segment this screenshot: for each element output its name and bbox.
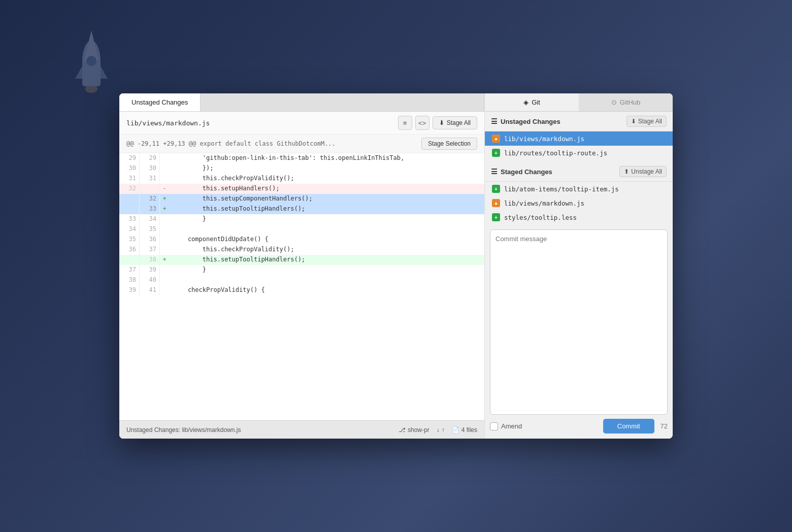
commit-message-textarea[interactable] <box>490 229 668 415</box>
diff-sign <box>160 153 169 163</box>
tab-git[interactable]: ◈ Git <box>485 93 579 111</box>
diff-sign <box>160 214 169 224</box>
list-icon: ≡ <box>403 119 407 127</box>
github-icon: ⊙ <box>611 98 617 106</box>
diff-row-added-selected: 33 + this.setupTooltipHandlers(); <box>119 204 484 214</box>
left-tab-bar: Unstaged Changes <box>119 93 484 112</box>
right-line-num: 32 <box>140 194 160 204</box>
svg-point-6 <box>85 85 97 93</box>
left-line-num: 35 <box>119 235 140 245</box>
right-line-num: 34 <box>140 214 160 224</box>
diff-row-added: 38 + this.setupTooltipHandlers(); <box>119 255 484 265</box>
diff-sign <box>160 163 169 174</box>
left-line-num: 36 <box>119 245 140 255</box>
right-line-num: 31 <box>140 174 160 184</box>
file-header: lib/views/markdown.js ≡ <> ⬇ Stage All <box>119 112 484 135</box>
left-line-num: 31 <box>119 174 140 184</box>
stage-selection-button[interactable]: Stage Selection <box>421 138 477 150</box>
diff-sign <box>160 275 169 285</box>
diff-row: 35 36 componentDidUpdate() { <box>119 235 484 245</box>
diff-code: this.checkPropValidity(); <box>169 245 298 255</box>
left-line-num: 30 <box>119 163 140 174</box>
show-pr-item[interactable]: ⎇ show-pr <box>399 426 430 434</box>
diff-row: 37 39 } <box>119 265 484 275</box>
main-panel: Unstaged Changes lib/views/markdown.js ≡… <box>119 93 673 439</box>
unstaged-file-name-0: lib/views/markdown.js <box>504 135 584 143</box>
tab-github[interactable]: ⊙ GitHub <box>579 93 673 111</box>
staged-file-name-1: lib/views/markdown.js <box>504 200 584 207</box>
left-line-num: 39 <box>119 285 140 295</box>
git-icon: ◈ <box>523 98 529 106</box>
tab-empty[interactable] <box>201 93 484 111</box>
diff-code: }); <box>169 163 217 174</box>
right-line-num: 38 <box>140 255 160 265</box>
staged-file-item-0[interactable]: + lib/atom-items/tooltip-item.js <box>485 182 673 196</box>
stage-all-label: Stage All <box>447 119 471 126</box>
unstaged-file-item-1[interactable]: + lib/routes/tooltip-route.js <box>485 146 673 160</box>
diff-code <box>169 275 181 285</box>
right-line-num: 36 <box>140 235 160 245</box>
diff-code: } <box>169 214 210 224</box>
stage-all-right-btn[interactable]: ⬇ Stage All <box>626 116 667 127</box>
svg-point-3 <box>86 56 96 66</box>
files-count: 4 files <box>461 426 477 434</box>
left-line-num: 34 <box>119 224 140 235</box>
added-icon-staged-2: + <box>492 213 500 221</box>
diff-row-added-selected: 32 + this.setupComponentHandlers(); <box>119 194 484 204</box>
staged-list-icon: ☰ <box>491 168 498 176</box>
list-view-btn[interactable]: ≡ <box>398 116 412 130</box>
unstage-all-btn[interactable]: ⬆ Unstage All <box>619 166 667 177</box>
diff-sign <box>160 174 169 184</box>
right-line-num: 40 <box>140 275 160 285</box>
code-icon: <> <box>418 119 426 127</box>
panel-content: Unstaged Changes lib/views/markdown.js ≡… <box>119 93 673 439</box>
code-view-btn[interactable]: <> <box>415 116 430 130</box>
diff-sign <box>160 245 169 255</box>
diff-row: 33 34 } <box>119 214 484 224</box>
left-line-num: 37 <box>119 265 140 275</box>
diff-code: componentDidUpdate() { <box>169 235 273 245</box>
staged-file-item-2[interactable]: + styles/tooltip.less <box>485 210 673 224</box>
file-path: lib/views/markdown.js <box>126 119 210 127</box>
tab-unstaged-changes[interactable]: Unstaged Changes <box>119 93 201 111</box>
diff-row-removed: 32 - this.setupHandlers(); <box>119 184 484 194</box>
unstaged-list-icon: ☰ <box>491 117 498 125</box>
status-text: Unstaged Changes: lib/views/markdown.js <box>126 426 241 434</box>
added-icon-1: + <box>492 149 500 157</box>
diff-row: 36 37 this.checkPropValidity(); <box>119 245 484 255</box>
diff-sign: - <box>160 184 169 194</box>
diff-code <box>169 224 181 235</box>
right-line-num: 39 <box>140 265 160 275</box>
status-right: ⎇ show-pr ↓ ↑ 📄 4 files <box>399 426 477 434</box>
diff-sign: + <box>160 255 169 265</box>
stage-all-icon: ⬇ <box>439 119 444 126</box>
left-line-num <box>119 204 140 214</box>
left-line-num: 32 <box>119 184 140 194</box>
diff-sign <box>160 224 169 235</box>
right-line-num: 41 <box>140 285 160 295</box>
right-tab-bar: ◈ Git ⊙ GitHub <box>485 93 673 112</box>
diff-code: 'github:open-link-in-this-tab': this.ope… <box>169 153 408 163</box>
staged-file-item-1[interactable]: ● lib/views/markdown.js <box>485 196 673 210</box>
commit-footer: Amend Commit 72 <box>490 419 668 434</box>
commit-area: Amend Commit 72 <box>490 229 668 434</box>
file-actions: ≡ <> ⬇ Stage All <box>398 116 477 130</box>
right-line-num: 29 <box>140 153 160 163</box>
right-pane: ◈ Git ⊙ GitHub ☰ Unstaged Changes ⬇ Stag… <box>485 93 673 439</box>
right-line-num: 35 <box>140 224 160 235</box>
up-icon: ↑ <box>442 426 445 434</box>
left-line-num: 38 <box>119 275 140 285</box>
left-line-num: 33 <box>119 214 140 224</box>
diff-body: 29 29 'github:open-link-in-this-tab': th… <box>119 153 484 420</box>
diff-code: this.setupComponentHandlers(); <box>169 194 317 204</box>
diff-code: } <box>169 265 210 275</box>
unstaged-file-item-0[interactable]: ● lib/views/markdown.js <box>485 131 673 146</box>
staged-title-text: Staged Changes <box>501 168 552 176</box>
amend-checkbox[interactable] <box>490 422 498 430</box>
diff-sign: + <box>160 204 169 214</box>
stage-all-right-icon: ⬇ <box>631 118 636 125</box>
fetch-pull-item[interactable]: ↓ ↑ <box>437 426 445 434</box>
svg-marker-5 <box>101 66 108 79</box>
stage-all-button[interactable]: ⬇ Stage All <box>433 116 477 129</box>
commit-button[interactable]: Commit <box>603 419 654 434</box>
